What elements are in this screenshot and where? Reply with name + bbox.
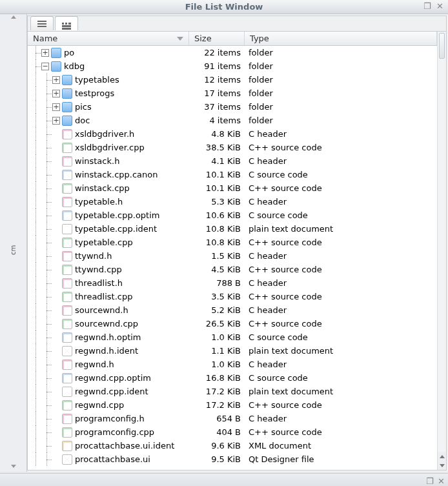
file-name-cell: regwnd.h.ident: [30, 344, 189, 358]
file-row[interactable]: winstack.h4.1 KiBC header: [28, 154, 437, 168]
file-size-cell: 4.5 KiB: [189, 265, 245, 274]
sidepanel-scroll-up-icon[interactable]: [11, 15, 16, 19]
scroll-up-button[interactable]: [438, 452, 446, 461]
file-name-label: xsldbgdriver.cpp: [75, 143, 145, 152]
file-icon: [62, 183, 72, 194]
file-row[interactable]: +typetables12 itemsfolder: [28, 73, 437, 86]
file-row[interactable]: xsldbgdriver.h4.8 KiBC header: [28, 127, 437, 141]
window-titlebar: File List Window ❐ ✕: [0, 0, 448, 14]
file-row[interactable]: +pics37 itemsfolder: [28, 100, 437, 114]
file-name-label: testprogs: [75, 88, 114, 98]
side-panel: cm: [0, 14, 27, 472]
expand-icon[interactable]: +: [52, 103, 60, 111]
file-row[interactable]: regwnd.h1.0 KiBC header: [28, 358, 437, 371]
column-header-name-label: Name: [33, 34, 57, 43]
file-row[interactable]: +po22 itemsfolder: [28, 46, 437, 59]
file-row[interactable]: ttywnd.h1.5 KiBC header: [28, 249, 437, 263]
file-type-cell: C header: [245, 156, 437, 166]
file-name-label: regwnd.h.ident: [75, 346, 138, 356]
file-size-cell: 38.5 KiB: [189, 143, 245, 152]
expand-icon[interactable]: +: [41, 49, 49, 57]
collapse-icon[interactable]: −: [41, 63, 49, 70]
file-type-cell: C++ source code: [245, 292, 437, 301]
file-icon: [62, 251, 72, 261]
scrollbar-thumb[interactable]: [439, 33, 445, 59]
file-row[interactable]: programconfig.cpp404 BC++ source code: [28, 425, 437, 439]
vertical-scrollbar[interactable]: [437, 32, 446, 470]
file-row[interactable]: regwnd.cpp17.2 KiBC++ source code: [28, 398, 437, 412]
restore-icon[interactable]: ❐: [423, 1, 433, 10]
file-row[interactable]: procattachbase.ui9.5 KiBQt Designer file: [28, 452, 437, 466]
file-name-label: ttywnd.h: [75, 251, 112, 261]
file-name-label: winstack.cpp: [75, 183, 130, 193]
file-row[interactable]: threadlist.h788 BC header: [28, 276, 437, 290]
column-header-type[interactable]: Type: [245, 32, 437, 45]
restore-bottom-icon[interactable]: ❐: [426, 476, 434, 484]
file-row[interactable]: typetable.cpp.ident10.8 KiBplain text do…: [28, 222, 437, 236]
file-size-cell: 1.0 KiB: [189, 359, 245, 369]
file-row[interactable]: threadlist.cpp3.5 KiBC++ source code: [28, 290, 437, 303]
file-row[interactable]: typetable.h5.3 KiBC header: [28, 195, 437, 208]
file-row[interactable]: programconfig.h654 BC header: [28, 412, 437, 425]
file-row[interactable]: winstack.cpp.canon10.1 KiBC source code: [28, 168, 437, 181]
file-type-cell: plain text document: [245, 387, 437, 396]
sidepanel-scroll-down-icon[interactable]: [11, 465, 16, 468]
file-icon: [62, 292, 72, 302]
file-type-cell: C header: [245, 359, 437, 369]
file-row[interactable]: xsldbgdriver.cpp38.5 KiBC++ source code: [28, 141, 437, 154]
file-name-cell: typetable.cpp: [30, 236, 189, 249]
file-icon: [62, 305, 72, 316]
file-row[interactable]: sourcewnd.h5.2 KiBC header: [28, 303, 437, 317]
file-row[interactable]: winstack.cpp10.1 KiBC++ source code: [28, 181, 437, 195]
file-row[interactable]: regwnd.h.optim1.0 KiBC source code: [28, 330, 437, 344]
expand-icon[interactable]: +: [52, 117, 60, 125]
file-icon: [62, 319, 72, 329]
view-tab-list[interactable]: [30, 16, 54, 30]
file-row[interactable]: typetable.cpp.optim10.6 KiBC source code: [28, 208, 437, 222]
file-size-cell: 10.8 KiB: [189, 238, 245, 247]
column-header-size[interactable]: Size: [189, 32, 245, 45]
file-row[interactable]: regwnd.cpp.ident17.2 KiBplain text docum…: [28, 385, 437, 398]
scroll-down-button[interactable]: [438, 461, 446, 470]
column-header-name[interactable]: Name: [28, 32, 189, 45]
file-row[interactable]: regwnd.cpp.optim16.8 KiBC source code: [28, 371, 437, 385]
file-size-cell: 26.5 KiB: [189, 319, 245, 329]
file-size-cell: 10.6 KiB: [189, 210, 245, 220]
view-tab-details[interactable]: [55, 16, 78, 30]
column-header-row: Name Size Type: [28, 32, 437, 46]
file-name-label: winstack.h: [75, 156, 119, 166]
file-size-cell: 91 items: [189, 61, 245, 71]
file-name-cell: ttywnd.cpp: [30, 263, 189, 276]
close-icon[interactable]: ✕: [436, 1, 445, 10]
file-row[interactable]: typetable.cpp10.8 KiBC++ source code: [28, 236, 437, 249]
folder-icon: [51, 48, 61, 58]
file-size-cell: 10.8 KiB: [189, 224, 245, 234]
file-row[interactable]: sourcewnd.cpp26.5 KiBC++ source code: [28, 317, 437, 330]
file-size-cell: 10.1 KiB: [189, 170, 245, 179]
file-size-cell: 22 items: [189, 48, 245, 57]
file-name-cell: procattachbase.ui: [30, 452, 189, 466]
file-row[interactable]: +testprogs17 itemsfolder: [28, 86, 437, 100]
file-row[interactable]: −kdbg91 itemsfolder: [28, 59, 437, 73]
file-type-cell: XML document: [245, 441, 437, 451]
file-size-cell: 4.1 KiB: [189, 156, 245, 166]
file-name-cell: regwnd.h: [30, 358, 189, 371]
expand-icon[interactable]: +: [52, 90, 60, 97]
file-row[interactable]: regwnd.h.ident1.1 KiBplain text document: [28, 344, 437, 358]
file-row[interactable]: procattachbase.ui.ident9.6 KiBXML docume…: [28, 439, 437, 452]
file-type-cell: folder: [245, 116, 437, 125]
file-type-cell: folder: [245, 88, 437, 98]
file-name-label: winstack.cpp.canon: [75, 170, 158, 179]
expand-icon[interactable]: +: [52, 76, 60, 84]
file-row[interactable]: ttywnd.cpp4.5 KiBC++ source code: [28, 263, 437, 276]
file-name-cell: threadlist.h: [30, 276, 189, 290]
file-icon: [62, 414, 72, 424]
file-row[interactable]: +doc4 itemsfolder: [28, 114, 437, 127]
close-bottom-icon[interactable]: ✕: [438, 476, 445, 484]
file-size-cell: 4 items: [189, 116, 245, 125]
file-size-cell: 9.5 KiB: [189, 454, 245, 464]
file-list-panel: Name Size Type +po22 itemsfolder−kdbg91 …: [27, 15, 447, 471]
file-name-cell: typetable.cpp.ident: [30, 222, 189, 236]
file-name-cell: typetable.cpp.optim: [30, 208, 189, 222]
folder-icon: [62, 116, 72, 126]
